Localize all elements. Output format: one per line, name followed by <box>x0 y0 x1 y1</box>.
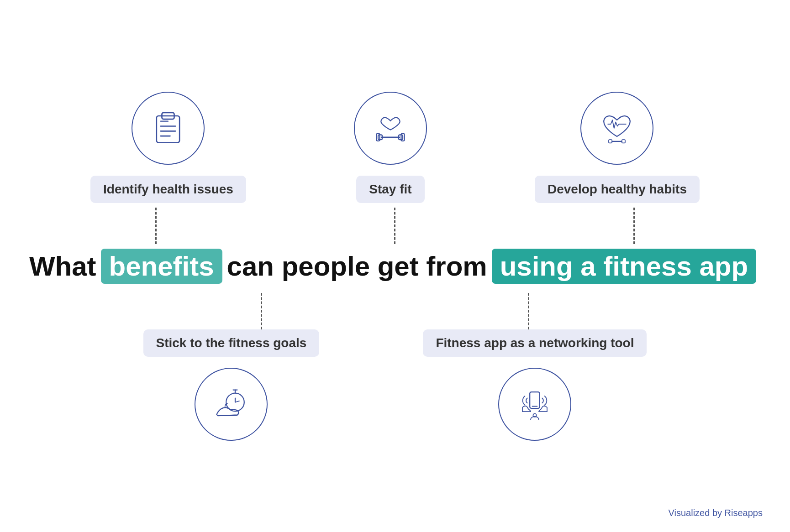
item-networking: Fitness app as a networking tool <box>423 329 647 441</box>
item-fitness-goals: Stick to the fitness goals <box>143 329 320 441</box>
connector-bottom-1 <box>225 293 298 329</box>
item-stay-fit: Stay fit <box>354 92 427 203</box>
identify-health-label: Identify health issues <box>90 176 246 203</box>
identify-health-icon-circle <box>132 92 205 165</box>
networking-label: Fitness app as a networking tool <box>423 329 647 357</box>
phone-hands-icon <box>514 384 555 425</box>
item-identify-health: Identify health issues <box>90 92 246 203</box>
svg-line-18 <box>235 401 239 402</box>
healthy-habits-icon-circle <box>580 92 653 165</box>
networking-icon-circle <box>498 368 571 441</box>
clipboard-icon <box>147 108 189 149</box>
shoe-stopwatch-icon <box>211 384 252 425</box>
title-part2: can people get from <box>227 250 487 282</box>
svg-rect-20 <box>530 392 540 408</box>
watermark: Visualized by Riseapps <box>669 508 763 518</box>
main-container: Identify health issues Stay fit <box>0 0 790 532</box>
healthy-habits-label: Develop healthy habits <box>535 176 700 203</box>
connector-1 <box>120 208 193 244</box>
stay-fit-icon-circle <box>354 92 427 165</box>
title-part1: What <box>29 250 96 282</box>
bottom-row: Stick to the fitness goals <box>37 329 753 441</box>
title-highlight2: using a fitness app <box>492 249 756 284</box>
stay-fit-label: Stay fit <box>356 176 424 203</box>
watermark-brand: Riseapps <box>725 508 763 518</box>
connectors-top <box>37 208 753 244</box>
fitness-goals-label: Stick to the fitness goals <box>143 329 320 357</box>
connectors-bottom <box>37 293 753 329</box>
connector-bottom-2 <box>492 293 565 329</box>
connector-2 <box>358 208 432 244</box>
watermark-prefix: Visualized by <box>669 508 725 518</box>
svg-rect-0 <box>157 116 179 143</box>
center-title: What benefits can people get from using … <box>37 249 753 284</box>
fitness-goals-icon-circle <box>195 368 268 441</box>
item-healthy-habits: Develop healthy habits <box>535 92 700 203</box>
title-highlight1: benefits <box>101 249 222 284</box>
top-row: Identify health issues Stay fit <box>37 92 753 203</box>
connector-3 <box>597 208 670 244</box>
dumbbell-heart-icon <box>370 108 411 149</box>
heart-ekg-icon <box>596 108 637 149</box>
